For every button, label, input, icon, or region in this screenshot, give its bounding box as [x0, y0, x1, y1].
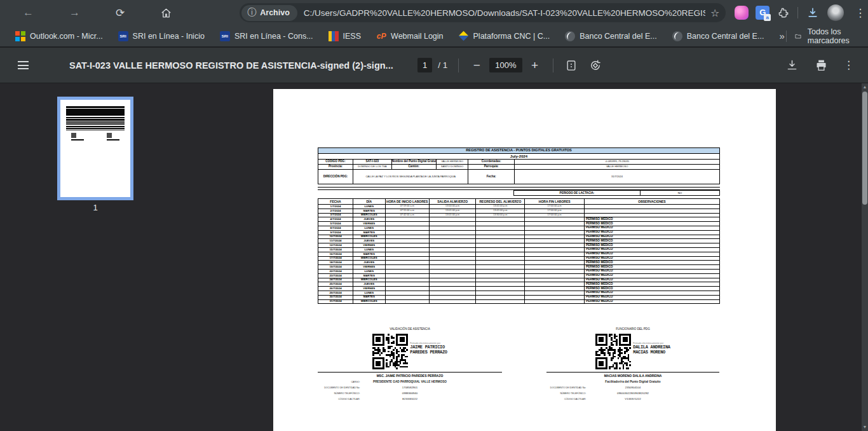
signer-full-name: MSC. JAIME PATRICIO PAREDES PERRAZO [318, 374, 502, 378]
pdf-toolbar: SAT-I-023 VALLE HERMOSO REGISTRO DE ASIS… [0, 48, 868, 83]
coordenadas-label: Coordenadas: [468, 160, 515, 165]
attendance-row: 10/7/2024MIÉRCOLESPERMISO MÉDICO [318, 235, 720, 239]
attendance-row: 4/7/2024JUEVESPERMISO MÉDICO [318, 217, 720, 222]
bookmark-label: Banco Central del E... [580, 32, 657, 41]
attendance-row: 18/7/2024JUEVESPERMISO MÉDICO [318, 261, 720, 265]
sri-icon: SRI [220, 31, 230, 41]
page-number-input[interactable]: 1 [417, 58, 432, 72]
signature-detail-row: CARGO:PRESIDENTE GAD PARROQUIAL VALLE HE… [318, 379, 502, 385]
print-icon[interactable] [814, 58, 828, 72]
scroll-up-icon[interactable]: ▲ [862, 83, 868, 91]
attendance-header-row: FECHA DÍA HORA DE INICIO LABORES SALIDA … [318, 199, 720, 205]
document-month: July-2024 [318, 154, 720, 160]
signature-details: CARGO:PRESIDENTE GAD PARROQUIAL VALLE HE… [318, 379, 502, 402]
signature-detail-row: NÚMERO TELEFÓNICO:0960030228/0963820282 [546, 390, 719, 396]
signer-full-name: MACIAS MORENO DALILA ANDREINA [546, 374, 719, 378]
canton-value: SANTO DOMINGO [436, 165, 468, 170]
document-header-table: REGISTRO DE ASISTENCIA - PUNTOS DIGITALE… [318, 147, 720, 184]
bookmark-iess[interactable]: IESS [329, 31, 362, 41]
stamp-name: JAIME PATRICIO PAREDES PERRAZO [410, 345, 447, 355]
pdf-menu-icon[interactable] [18, 61, 29, 69]
coordenadas-value: -0.085999,-79.28035 [515, 160, 720, 165]
attendance-row: 9/7/2024MARTESPERMISO MÉDICO [318, 230, 720, 235]
vertical-scrollbar[interactable]: ▲ ▼ [862, 83, 868, 431]
file-scheme-chip[interactable]: ⓘ Archivo [241, 5, 297, 21]
pdf-more-options-icon[interactable]: ⋮ [843, 58, 854, 72]
bookmark-outlook[interactable]: Outlook.com - Micr... [15, 31, 103, 41]
signature-detail-row: Facilitador/ra del Punto Digital Gratuit… [546, 379, 719, 385]
bookmarks-overflow-icon[interactable]: » [779, 31, 784, 41]
microsoft-icon [15, 31, 25, 41]
bookmark-label: SRI en Línea - Inicio [133, 32, 205, 41]
reload-icon[interactable]: ⟳ [116, 5, 125, 20]
forward-icon[interactable]: → [69, 5, 80, 20]
info-icon: ⓘ [247, 7, 256, 18]
translate-icon[interactable]: G [756, 6, 770, 20]
bookmark-cnc[interactable]: Plataforma CNC | C... [459, 31, 550, 41]
attendance-document: REGISTRO DE ASISTENCIA - PUNTOS DIGITALE… [318, 147, 720, 304]
fecha-label: Fecha: [468, 170, 515, 184]
download-icon[interactable] [785, 58, 799, 72]
extensions-puzzle-icon[interactable] [776, 6, 790, 20]
bookmark-label: Outlook.com - Micr... [30, 32, 103, 41]
attendance-row: 15/7/2024LUNESPERMISO MÉDICO [318, 247, 720, 252]
attendance-row: 8/7/2024LUNESPERMISO MÉDICO [318, 226, 720, 230]
bookmark-sri-consultas[interactable]: SRI SRI en Línea - Cons... [220, 31, 313, 41]
all-bookmarks-button[interactable]: Todos los marcadores [795, 27, 858, 45]
attendance-row: 2/7/2024MARTES07:55:00 a.m13:01:00 p.m13… [318, 209, 720, 213]
qr-code [372, 334, 408, 369]
toolbar-divider [458, 58, 459, 72]
document-title: REGISTRO DE ASISTENCIA - PUNTOS DIGITALE… [318, 148, 720, 154]
scroll-down-icon[interactable]: ▼ [862, 423, 868, 431]
stamp-name: DALILA ANDREINA MACIAS MORENO [633, 345, 670, 355]
canton-label: Cantón: [391, 165, 436, 170]
signature-section-label: FUNCIONARIO DEL PDG [546, 327, 719, 331]
address-bar[interactable]: ⓘ Archivo C:/Users/GADPR%20VALLE%20HERMO… [240, 3, 726, 22]
home-icon[interactable] [160, 5, 172, 20]
globe-icon [672, 31, 682, 41]
cnc-icon [459, 31, 469, 41]
thumbnail-page-number: 1 [57, 203, 133, 212]
signature-detail-row: DOCUMENTO DE IDENTIDAD No:2350904104 [546, 385, 719, 390]
iess-icon [329, 31, 339, 41]
signature-detail-row: DOCUMENTO DE IDENTIDAD No:1708582901 [318, 385, 502, 390]
signature-details: Facilitador/ra del Punto Digital Gratuit… [546, 379, 719, 402]
fit-page-icon[interactable] [564, 58, 578, 72]
fecha-value: 31/7/2024 [515, 170, 720, 184]
scrollbar-thumb[interactable] [862, 92, 867, 205]
browser-menu-icon[interactable]: ⋮ [851, 6, 868, 20]
extension-icon[interactable] [735, 6, 749, 20]
scheme-label: Archivo [260, 8, 290, 17]
back-icon[interactable]: ← [23, 5, 34, 20]
attendance-row: 3/7/2024MIÉRCOLES07:42:00 a.m13:01:00 p.… [318, 213, 720, 217]
parroquia-label: Parroquia: [468, 165, 515, 170]
attendance-row: 1/7/2024LUNES07:59:00 a.m13:00:00 p.m13:… [318, 205, 720, 209]
zoom-in-button[interactable]: + [528, 58, 542, 72]
page-thumbnail[interactable] [57, 97, 133, 200]
cpanel-icon: cP [376, 31, 386, 41]
downloads-icon[interactable] [805, 5, 820, 20]
all-bookmarks-label: Todos los marcadores [808, 27, 858, 45]
browser-toolbar: ← → ⟳ ⓘ Archivo C:/Users/GADPR%20VALLE%2… [0, 0, 868, 25]
attendance-row: 16/7/2024MARTESPERMISO MÉDICO [318, 252, 720, 256]
direccion-label: DIRECCIÓN PDG: [318, 170, 353, 184]
bookmarks-bar: Outlook.com - Micr... SRI SRI en Línea -… [0, 25, 868, 48]
direccion-value: CALLE LA PAZ Y LOS RÍOS SEGUNDA PLANTA D… [353, 170, 468, 184]
bookmark-star-icon[interactable]: ☆ [710, 7, 719, 19]
attendance-row: 23/7/2024MARTESPERMISO MÉDICO [318, 273, 720, 278]
signature-block-validation: VALIDACIÓN DE ASISTENCIA Firmado electró… [318, 327, 502, 402]
zoom-out-button[interactable]: − [470, 58, 484, 72]
rotate-icon[interactable] [588, 58, 602, 72]
attendance-row: 30/7/2024MARTESPERMISO MÉDICO [318, 295, 720, 299]
pdf-document-title: SAT-I-023 VALLE HERMOSO REGISTRO DE ASIS… [69, 60, 417, 71]
bookmark-sri-inicio[interactable]: SRI SRI en Línea - Inicio [118, 31, 205, 41]
bookmark-webmail[interactable]: cP Webmail Login [376, 31, 443, 41]
profile-avatar[interactable] [827, 4, 844, 21]
bookmark-bce-2[interactable]: Banco Central del E... [672, 31, 764, 41]
page-count: / 1 [438, 60, 447, 70]
bookmark-bce-1[interactable]: Banco Central del E... [565, 31, 657, 41]
pdf-page: REGISTRO DE ASISTENCIA - PUNTOS DIGITALE… [273, 89, 776, 431]
attendance-row: 17/7/2024MIÉRCOLESPERMISO MÉDICO [318, 256, 720, 261]
attendance-row: 12/7/2024VIERNESPERMISO MÉDICO [318, 243, 720, 248]
nombre-value: VALLE HERMOSO [436, 160, 468, 165]
